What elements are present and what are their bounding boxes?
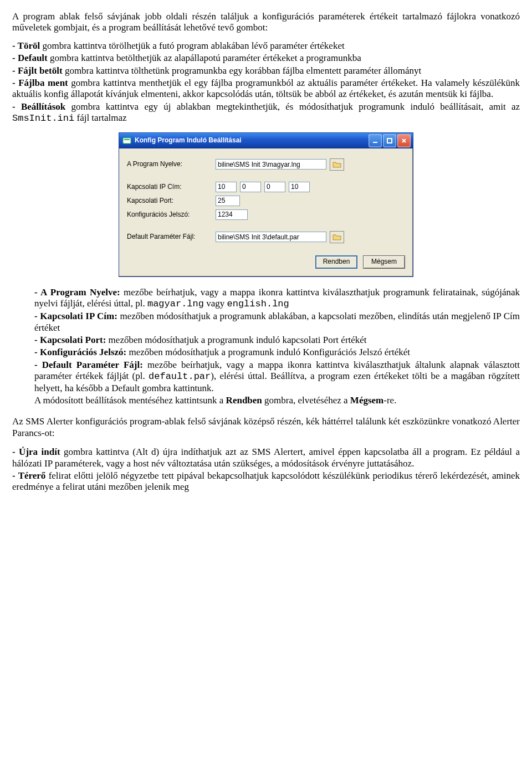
desc-password-lead: - Konfigurációs Jelszó: xyxy=(34,347,126,357)
bullet-fajlt-betolt: - Fájlt betölt gombra kattintva tölthetü… xyxy=(12,65,520,76)
bullet-ujra-indit-text: gombra kattintva (Alt d) újra indíthatju… xyxy=(12,447,520,468)
intro-paragraph: A program ablak felső sávjának jobb olda… xyxy=(12,11,520,34)
desc-save-c: gombra, elvetéséhez a xyxy=(262,395,350,406)
bullet-default-text: gombra kattintva betölthetjük az alapáll… xyxy=(48,53,361,63)
label-ip: Kapcsolati IP Cím: xyxy=(127,183,216,191)
close-button[interactable] xyxy=(397,134,411,147)
bullet-fajlt-betolt-lead: - Fájlt betölt xyxy=(12,65,63,76)
bullet-default: - Default gombra kattintva betölthetjük … xyxy=(12,53,520,64)
app-icon xyxy=(122,136,131,145)
bullet-beallitasok-lead: - Beállítások xyxy=(12,101,65,112)
desc-language-code1: magyar.lng xyxy=(147,299,204,309)
default-file-field[interactable] xyxy=(216,232,326,242)
bullet-torol-lead: - Töröl xyxy=(12,40,40,51)
desc-language-code2: english.lng xyxy=(227,299,289,309)
desc-password-text: mezőben módosíthatjuk a programunk indul… xyxy=(126,347,410,357)
desc-language-mid: vagy xyxy=(204,298,227,309)
ip-field-1[interactable] xyxy=(216,182,237,192)
label-language: A Program Nyelve: xyxy=(127,160,216,168)
desc-default-file-code: default.par xyxy=(149,371,211,382)
label-port: Kapcsolati Port: xyxy=(127,197,216,204)
desc-ip: - Kapcsolati IP Cím: mezőben módosíthatj… xyxy=(34,311,520,334)
label-default-file: Default Paraméter Fájl: xyxy=(127,233,216,240)
minimize-button[interactable] xyxy=(369,134,382,147)
dialog-title: Konfig Program Induló Beállításai xyxy=(135,136,369,144)
bullet-torol: - Töröl gombra kattintva törölhetjük a f… xyxy=(12,40,520,52)
maximize-button[interactable] xyxy=(383,134,396,147)
settings-dialog: Konfig Program Induló Beállításai A Prog… xyxy=(119,132,413,277)
desc-save-rendben: Rendben xyxy=(226,395,262,406)
desc-ip-lead: - Kapcsolati IP Cím: xyxy=(34,311,117,321)
bullet-terero: - Térerő felirat előtti jelölő négyzetbe… xyxy=(12,470,520,493)
folder-open-icon xyxy=(332,161,341,168)
cancel-button[interactable]: Mégsem xyxy=(363,255,405,269)
bullet-torol-text: gombra kattintva törölhetjük a futó prog… xyxy=(40,40,344,51)
desc-save-megsem: Mégsem xyxy=(350,395,383,406)
desc-language-lead: - A Program Nyelve: xyxy=(34,287,120,298)
desc-save: A módosított beállítások mentéséhez katt… xyxy=(34,395,520,406)
titlebar: Konfig Program Induló Beállításai xyxy=(119,133,413,148)
mid-paragraph: Az SMS Alerter konfigurációs program-abl… xyxy=(12,416,520,439)
bullet-ujra-indit-lead: - Újra indít xyxy=(12,447,60,457)
desc-language: - A Program Nyelve: mezőbe beírhatjuk, v… xyxy=(34,287,520,310)
desc-save-a: A módosított beállítások mentéséhez katt… xyxy=(34,395,226,406)
ip-field-2[interactable] xyxy=(240,182,261,192)
port-field[interactable] xyxy=(216,196,240,206)
browse-language-button[interactable] xyxy=(330,158,344,171)
label-password: Konfigurációs Jelszó: xyxy=(127,211,216,218)
bullet-beallitasok-text-a: gombra kattintva egy új ablakban megteki… xyxy=(65,101,520,112)
bullet-beallitasok: - Beállítások gombra kattintva egy új ab… xyxy=(12,101,520,125)
ip-field-3[interactable] xyxy=(264,182,285,192)
folder-open-icon xyxy=(332,233,341,241)
desc-save-e: -re. xyxy=(383,395,396,406)
bullet-fajlba-ment-text: gombra kattintva menthetjük el egy fájlb… xyxy=(12,78,520,99)
bullet-terero-lead: - Térerő xyxy=(12,470,45,481)
bullet-ujra-indit: - Újra indít gombra kattintva (Alt d) új… xyxy=(12,447,520,469)
desc-port-lead: - Kapcsolati Port: xyxy=(34,335,106,345)
svg-rect-0 xyxy=(123,138,131,143)
bullet-beallitasok-code: SmsInit.ini xyxy=(12,113,74,124)
bullet-default-lead: - Default xyxy=(12,53,48,63)
language-field[interactable] xyxy=(216,159,326,170)
password-field[interactable] xyxy=(216,209,248,220)
desc-port-text: mezőben módosíthatjuk a programunk indul… xyxy=(106,335,366,345)
ip-field-4[interactable] xyxy=(289,182,310,192)
desc-port: - Kapcsolati Port: mezőben módosíthatjuk… xyxy=(34,335,520,346)
desc-password: - Konfigurációs Jelszó: mezőben módosíth… xyxy=(34,347,520,358)
bullet-fajlba-ment: - Fájlba ment gombra kattintva menthetjü… xyxy=(12,78,520,100)
desc-default-file: - Default Paraméter Fájl: mezőbe beírhat… xyxy=(34,360,520,394)
bullet-fajlba-ment-lead: - Fájlba ment xyxy=(12,78,68,88)
svg-rect-2 xyxy=(373,142,377,143)
bullet-beallitasok-text-b: fájl tartalmaz xyxy=(74,112,126,123)
svg-rect-3 xyxy=(387,139,392,143)
bullet-terero-text: felirat előtti jelölő négyzetbe tett pip… xyxy=(12,470,520,492)
bullet-fajlt-betolt-text: gombra kattintva tölthetünk programunkba… xyxy=(63,65,422,76)
ok-button[interactable]: Rendben xyxy=(315,255,357,269)
svg-rect-1 xyxy=(124,139,130,140)
browse-default-file-button[interactable] xyxy=(330,231,344,243)
desc-default-file-lead: - Default Paraméter Fájl: xyxy=(34,360,143,370)
